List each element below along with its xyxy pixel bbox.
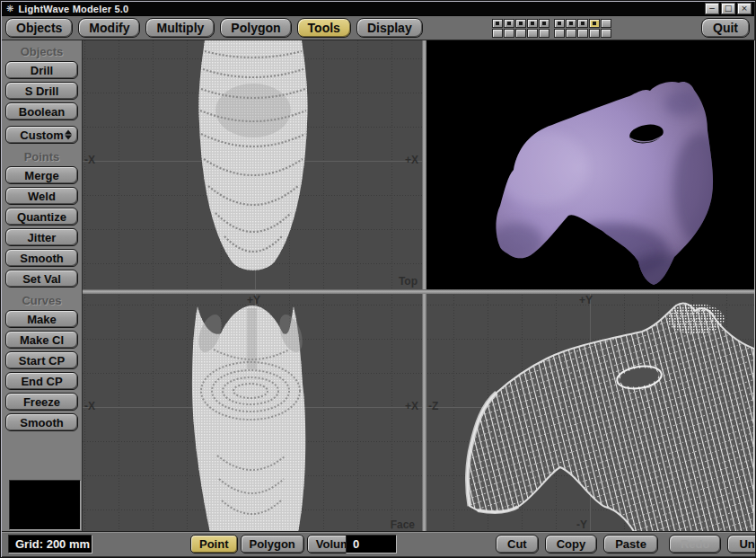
shaded-model-render [426,40,754,289]
section-curves-header: Curves [2,294,82,307]
maximize-button[interactable]: □ [721,3,735,14]
set-val-button[interactable]: Set Val [5,270,78,288]
menu-modify[interactable]: Modify [78,18,140,38]
axis-label-neg-x: -X [84,155,95,166]
smooth-curves-button[interactable]: Smooth [5,413,78,431]
merge-button[interactable]: Merge [5,166,78,184]
layer-button[interactable] [515,19,526,28]
menu-display[interactable]: Display [356,18,423,38]
quit-button[interactable]: Quit [701,18,750,38]
viewport-perspective[interactable]: +Y -Z -Y [426,294,754,533]
redo-button[interactable]: Redo [669,535,722,554]
menu-multiply[interactable]: Multiply [145,18,215,38]
menu-row: Objects Modify Multiply Polygon Tools Di… [5,18,423,38]
layer-button[interactable] [566,19,576,28]
drill-button[interactable]: Drill [5,61,78,79]
custom-dropdown-label: Custom [20,128,63,142]
app-logo-icon: ❋ [6,4,13,13]
title-bar: ❋ LightWave Modeler 5.0 − □ × [2,2,754,16]
face-view-wireframe [83,294,422,533]
viewport-area: -X +X Top [83,40,756,533]
selection-mode-group: Point Polygon Volume [190,535,366,554]
undo-button[interactable]: Undo [727,535,756,554]
copy-button[interactable]: Copy [545,535,598,554]
layer-button[interactable] [504,19,514,28]
boolean-button[interactable]: Boolean [5,102,78,120]
tool-sidebar: Objects Drill S Drill Boolean Custom Poi… [2,40,83,533]
window-title: LightWave Modeler 5.0 [18,4,128,14]
viewport-top[interactable]: -X +X Top [83,40,422,289]
viewport-top-label: Top [399,276,418,288]
paste-button[interactable]: Paste [603,535,658,554]
layer-button[interactable] [554,19,565,28]
minimize-button[interactable]: − [705,3,719,14]
menu-polygon[interactable]: Polygon [220,18,291,38]
perspective-wireframe [426,294,754,533]
selection-counter: 0 [346,535,397,554]
layer-button[interactable] [492,29,503,38]
viewport-face-label: Face [391,519,415,531]
axis-label-neg-x: -X [84,401,95,412]
close-button[interactable]: × [737,3,752,14]
layer-button[interactable] [515,29,526,38]
layer-button[interactable] [601,19,611,28]
axis-label-neg-y: -Y [576,519,587,531]
viewport-preview[interactable] [426,40,754,289]
texture-preview-box [9,480,81,530]
make-cl-button[interactable]: Make Cl [5,331,78,349]
start-cp-button[interactable]: Start CP [5,351,78,369]
axis-label-pos-y: +Y [247,295,260,306]
quantize-button[interactable]: Quantize [5,208,78,226]
layer-button[interactable] [527,29,538,38]
mode-point-button[interactable]: Point [190,535,238,554]
layer-button[interactable] [539,29,549,38]
cut-button[interactable]: Cut [496,535,539,554]
viewport-divider-vertical[interactable] [422,40,426,533]
layer-button[interactable] [566,29,576,38]
layer-button[interactable] [589,19,600,28]
axis-label-pos-x: +X [405,155,418,166]
end-cp-button[interactable]: End CP [5,372,78,390]
s-drill-button[interactable]: S Drill [5,82,78,100]
layer-button[interactable] [577,29,588,38]
smooth-points-button[interactable]: Smooth [5,249,78,267]
custom-dropdown[interactable]: Custom [5,126,78,144]
jitter-button[interactable]: Jitter [5,228,78,246]
popup-arrows-icon [65,130,72,140]
layer-button[interactable] [589,29,600,38]
menu-tools[interactable]: Tools [297,18,351,38]
top-view-wireframe [83,40,422,289]
lightwave-modeler-window: ❋ LightWave Modeler 5.0 − □ × Objects Mo… [0,0,756,558]
section-points-header: Points [2,150,82,164]
freeze-button[interactable]: Freeze [5,393,78,411]
section-objects-header: Objects [2,45,82,58]
viewport-divider-horizontal[interactable] [83,289,754,294]
viewport-face[interactable]: +Y -X +X Face [83,294,422,533]
layer-button[interactable] [601,29,611,38]
layer-button[interactable] [539,19,549,28]
axis-label-pos-x: +X [405,401,418,412]
layer-button[interactable] [527,19,538,28]
axis-label-neg-z: -Z [428,401,438,412]
weld-button[interactable]: Weld [5,187,78,205]
axis-label-pos-y: +Y [579,295,593,306]
menu-bar: Objects Modify Multiply Polygon Tools Di… [2,16,754,40]
make-button[interactable]: Make [5,310,78,328]
edit-actions-group: Cut Copy Paste Redo Undo [496,535,756,554]
layer-grid [492,19,611,39]
layer-button[interactable] [554,29,565,38]
mode-polygon-button[interactable]: Polygon [241,535,304,554]
layer-button[interactable] [577,19,588,28]
main-area: Objects Drill S Drill Boolean Custom Poi… [2,40,756,533]
menu-objects[interactable]: Objects [5,18,73,38]
grid-size-display: Grid: 200 mm [8,535,92,554]
window-controls: − □ × [705,3,752,14]
layer-button[interactable] [504,29,514,38]
status-bar: Grid: 200 mm Point Polygon Volume 0 Cut … [2,531,756,556]
layer-button[interactable] [492,19,503,28]
